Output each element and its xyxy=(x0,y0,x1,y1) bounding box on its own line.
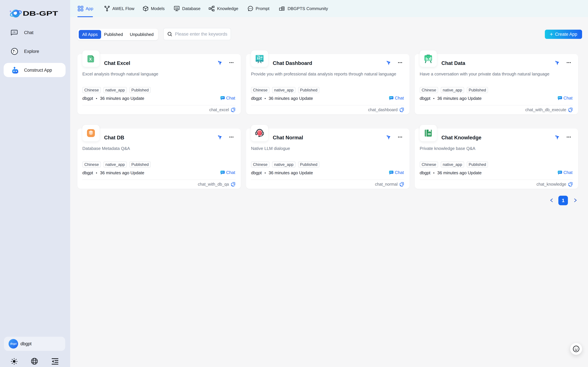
svg-text:DB-GPT: DB-GPT xyxy=(23,10,58,17)
svg-text:X: X xyxy=(89,57,92,61)
svg-text:SQL: SQL xyxy=(175,7,179,9)
